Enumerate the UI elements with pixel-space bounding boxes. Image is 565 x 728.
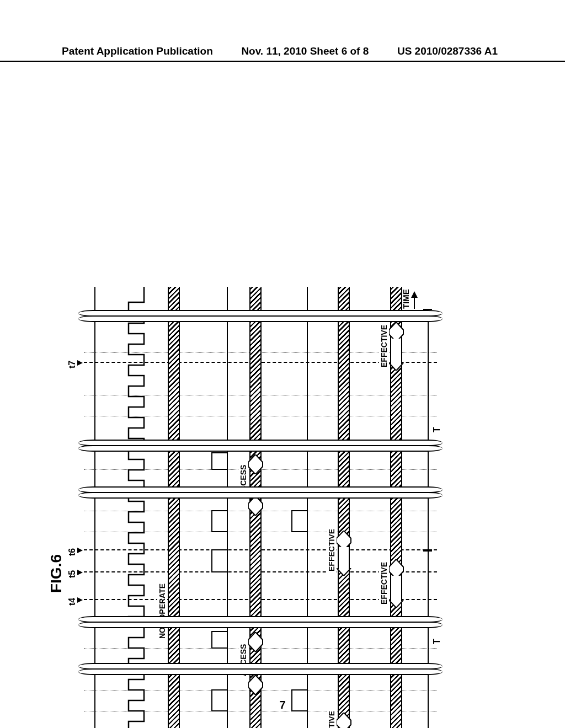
time-axis-arrow-icon: [414, 292, 415, 309]
figure-container: FIG.6 HARDWARE RESETSIGNAL 109 LSI OPERA…: [73, 99, 448, 673]
waveform-hardware-reset: [92, 287, 114, 728]
time-marker-t5: t5: [67, 570, 77, 578]
svg-marker-5: [337, 713, 351, 728]
annotation-effective: EFFECTIVE: [327, 710, 337, 728]
waveform-refresh-req-308: [208, 287, 230, 728]
waveform-output-107: [390, 287, 403, 728]
cycle-label: T: [432, 639, 442, 644]
annotation-not-operate: NOT OPERATE: [157, 582, 167, 640]
waveform-input-106: [338, 287, 351, 728]
annotation-effective: EFFECTIVE: [379, 561, 389, 606]
time-break-icon: [78, 663, 443, 675]
time-break-icon: [78, 310, 443, 322]
svg-marker-4: [248, 454, 263, 474]
time-axis-label: TIME: [401, 289, 411, 309]
waveform-dram-access-cmd: [249, 287, 263, 728]
cycle-label: T: [432, 427, 442, 432]
waveform-lsi-clock: [125, 287, 147, 728]
time-marker-t7: t7: [67, 361, 77, 368]
figure-title: FIG.6: [47, 287, 65, 728]
annotation-effective: EFFECTIVE: [327, 528, 337, 572]
rotated-diagram: FIG.6 HARDWARE RESETSIGNAL 109 LSI OPERA…: [73, 287, 448, 728]
page-number: 7: [0, 699, 565, 711]
time-break-icon: [78, 616, 443, 628]
waveform-dram-refresh-cmd: [288, 287, 310, 728]
waveform-refresh-timer-count: [168, 287, 181, 728]
time-marker-t6: t6: [67, 548, 77, 556]
header-pub-number: US 2010/0287336 A1: [397, 45, 498, 57]
time-break-icon: [78, 486, 443, 499]
clock-svg: [125, 287, 147, 728]
time-marker-t4: t4: [67, 598, 77, 606]
svg-marker-3: [248, 496, 263, 516]
patent-page-header: Patent Application Publication Nov. 11, …: [0, 45, 565, 62]
arrow-down-icon: [77, 597, 83, 603]
arrow-down-icon: [77, 548, 83, 553]
time-break-icon: [78, 440, 443, 452]
header-publication-type: Patent Application Publication: [62, 45, 213, 57]
annotation-effective: EFFECTIVE: [379, 324, 389, 368]
arrow-down-icon: [77, 570, 83, 575]
svg-marker-2: [248, 632, 263, 652]
header-date-sheet: Nov. 11, 2010 Sheet 6 of 8: [241, 45, 369, 57]
timing-chart: t1 t2 t3 t4 t5 t6 t7: [73, 287, 448, 728]
arrow-down-icon: [77, 360, 83, 366]
svg-marker-1: [248, 675, 263, 695]
cycle-marker: T: [423, 309, 433, 550]
